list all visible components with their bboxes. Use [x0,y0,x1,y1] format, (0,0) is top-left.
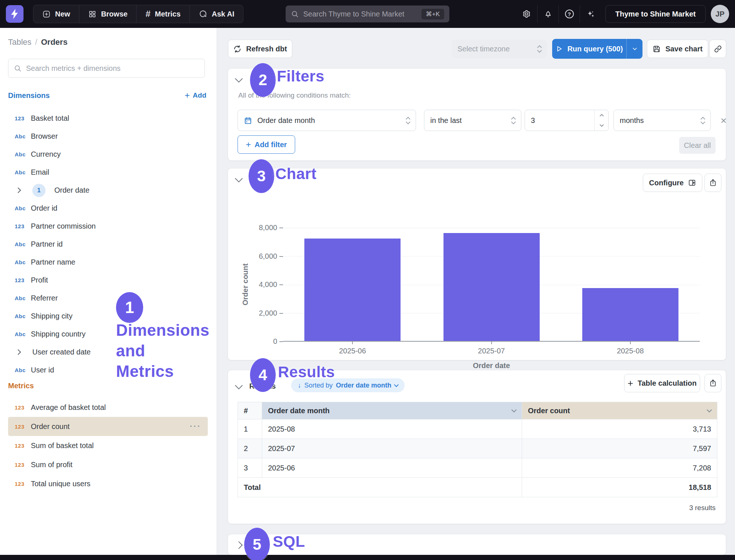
refresh-icon [233,45,242,53]
metric-item-order-count[interactable]: 123Order count··· [8,417,208,436]
filters-collapse-chevron-icon[interactable] [235,75,243,83]
nav-item-ask-ai[interactable]: Ask AI [189,5,243,23]
chart-card: Configure Order count Order date 02,0004… [228,168,726,360]
app-logo[interactable] [6,5,23,23]
ai-sparkles-button[interactable] [580,5,601,23]
bar-2025-06[interactable] [304,239,401,341]
dimension-item-referrer[interactable]: AbcReferrer [0,289,217,307]
dimension-item-browser[interactable]: AbcBrowser [0,127,217,145]
select-caret-icon [538,46,541,52]
add-filter-button[interactable]: + Add filter [238,135,295,154]
filter-operator-select[interactable]: in the last [424,110,521,131]
refresh-dbt-label: Refresh dbt [246,45,287,53]
fields-search[interactable] [8,59,205,78]
dimension-item-order-date[interactable]: 1Order date [0,181,217,199]
add-dimension-button[interactable]: + Add [185,90,206,101]
dimension-item-partner-name[interactable]: AbcPartner name [0,253,217,271]
dimension-item-partner-commission[interactable]: 123Partner commission [0,217,217,235]
plus-icon: + [246,139,251,150]
string-type-icon: Abc [15,241,31,247]
org-switcher-button[interactable]: Thyme to Shine Market [605,5,706,23]
clear-all-button[interactable]: Clear all [679,137,716,154]
field-label: Referrer [31,294,58,302]
add-filter-label: Add filter [255,141,287,149]
remove-filter-button[interactable]: × [717,114,730,127]
user-avatar[interactable]: JP [711,5,729,23]
dimension-item-basket-total[interactable]: 123Basket total [0,109,217,127]
refresh-dbt-button[interactable]: Refresh dbt [228,40,292,58]
dimension-item-user-id[interactable]: AbcUser id [0,361,217,379]
dimension-item-profit[interactable]: 123Profit [0,271,217,289]
column-header-order-count[interactable]: Order count [522,402,717,419]
table-row: 32025-067,208 [238,458,717,478]
dimension-item-user-created-date[interactable]: User created date [0,343,217,361]
settings-button[interactable] [516,5,537,23]
help-button[interactable]: ? [558,5,580,23]
x-tick-label: 2025-06 [312,347,393,355]
run-query-main[interactable]: Run query (500) [552,39,626,59]
stepper-up-button[interactable] [595,110,608,120]
sparkles-icon [586,10,595,18]
notifications-button[interactable] [537,5,558,23]
breadcrumb-tables-link[interactable]: Tables [8,37,32,47]
metric-item-total-unique-users[interactable]: 123Total unique users [0,474,217,493]
more-options-icon[interactable]: ··· [190,422,208,431]
chevron-right-icon[interactable] [15,349,21,355]
filter-unit-select[interactable]: months [613,110,711,131]
chart-plot: Order count Order date 02,0004,0006,0008… [283,228,700,342]
nav-item-label: New [55,10,70,18]
sql-card[interactable] [228,534,726,555]
configure-button[interactable]: Configure [643,174,702,192]
dimension-item-partner-id[interactable]: AbcPartner id [0,235,217,253]
table-calculation-label: Table calculation [638,379,697,388]
export-chart-button[interactable] [705,174,721,192]
string-type-icon: Abc [15,367,31,373]
nav-item-browse[interactable]: Browse [79,5,136,23]
save-chart-button[interactable]: Save chart [647,40,708,58]
chevron-right-icon[interactable] [15,188,21,193]
results-collapse-chevron-icon[interactable] [235,382,243,389]
dimension-item-order-id[interactable]: AbcOrder id [0,199,217,217]
filter-operator-value: in the last [430,116,462,125]
fields-search-input[interactable] [26,64,199,73]
metric-item-sum-of-profit[interactable]: 123Sum of profit [0,455,217,474]
dimension-item-shipping-country[interactable]: AbcShipping country [0,325,217,343]
timezone-select[interactable]: Select timezone [452,40,547,58]
cell-order-count: 7,208 [522,458,717,478]
metric-item-average-of-basket-total[interactable]: 123Average of basket total [0,398,217,417]
sql-expand-chevron-icon[interactable] [235,541,243,549]
y-tick-label: 2,000 [244,309,277,317]
chart-collapse-chevron-icon[interactable] [235,175,243,182]
nav-item-metrics[interactable]: # Metrics [136,5,189,23]
save-icon [652,45,661,53]
global-search[interactable]: ⌘+K [286,6,449,22]
number-type-icon: 123 [15,423,31,430]
stepper-down-button[interactable] [595,120,608,131]
sorted-by-pill[interactable]: ↓ Sorted by Order date month [291,378,405,392]
share-link-button[interactable] [709,40,726,58]
dimension-item-currency[interactable]: AbcCurrency [0,145,217,163]
run-query-button[interactable]: Run query (500) [552,39,642,59]
number-type-icon: 123 [15,443,31,449]
chevron-down-icon [394,382,399,387]
run-query-options-button[interactable] [626,39,642,59]
field-label: Sum of profit [31,461,72,469]
export-results-button[interactable] [705,374,721,392]
dimension-item-email[interactable]: AbcEmail [0,163,217,181]
bar-2025-08[interactable] [582,288,678,341]
nav-item-new[interactable]: New [33,5,79,23]
dimension-item-shipping-city[interactable]: AbcShipping city [0,307,217,325]
chevron-down-icon[interactable] [707,407,712,412]
metric-item-sum-of-basket-total[interactable]: 123Sum of basket total [0,436,217,455]
bar-2025-07[interactable] [443,233,540,341]
filter-value-input[interactable]: 3 [525,110,609,131]
column-header-order-date-month[interactable]: Order date month [262,402,522,419]
global-search-input[interactable] [303,10,417,18]
chevron-down-icon [632,46,638,52]
x-tick-label: 2025-07 [451,347,532,355]
table-calculation-button[interactable]: + Table calculation [624,374,700,392]
panel-icon [688,179,696,187]
column-header-index: # [238,402,262,419]
chevron-down-icon[interactable] [511,407,517,412]
filter-field-select[interactable]: Order date month [238,110,416,131]
